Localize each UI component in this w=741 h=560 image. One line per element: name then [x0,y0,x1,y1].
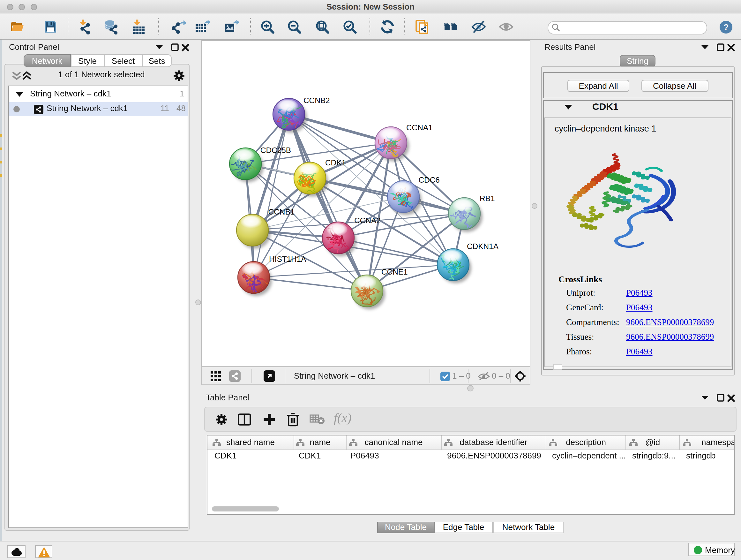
svg-text:RB1: RB1 [479,194,494,202]
svg-text:CDC25B: CDC25B [260,145,291,154]
svg-text:CCNE1: CCNE1 [381,267,408,276]
svg-text:CDKN1A: CDKN1A [467,242,498,250]
svg-text:CDC6: CDC6 [418,175,440,184]
svg-text:CDK1: CDK1 [325,158,346,167]
svg-text:CCNA1: CCNA1 [406,123,432,132]
svg-text:CCNA2: CCNA2 [354,216,381,225]
svg-text:CCNB2: CCNB2 [303,96,330,105]
svg-text:CCNB1: CCNB1 [268,207,294,216]
svg-text:HIST1H1A: HIST1H1A [269,254,306,263]
svg-text:?: ? [723,22,728,32]
